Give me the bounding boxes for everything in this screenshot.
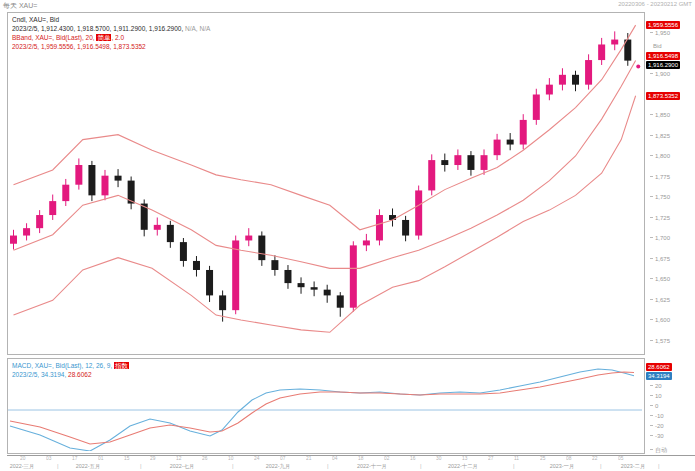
candle-body	[75, 165, 82, 185]
candle-body	[298, 283, 305, 287]
day-tick-label: 05	[618, 456, 623, 461]
candle-body	[415, 190, 422, 235]
candle-body	[350, 245, 357, 307]
candle-body	[611, 40, 618, 45]
month-separator: |	[57, 463, 59, 469]
chart-title: 每天 XAU=	[3, 1, 37, 11]
day-tick-label: 22	[592, 456, 597, 461]
candle-body	[206, 270, 213, 295]
price-badge: 1,959.5556	[646, 21, 680, 29]
macd-badge: 28.6062	[646, 363, 672, 371]
month-separator: |	[232, 463, 234, 469]
month-separator: |	[420, 463, 422, 469]
macd-legend-line: 2023/2/5, 34.3194, 28.6062	[12, 370, 129, 379]
month-separator: |	[600, 463, 602, 469]
macd-legend-line: MACD, XAU=, Bid(Last), 12, 26, 9, 指数	[12, 361, 129, 370]
day-tick-label: 26	[202, 456, 207, 461]
candle-body	[428, 160, 435, 190]
candlestick-chart[interactable]	[8, 13, 642, 352]
candle-body	[533, 95, 540, 120]
month-tick-label: 2023-二月	[602, 463, 665, 471]
month-tick-label: 2022-十一月	[341, 463, 404, 471]
day-tick-label: 16	[410, 456, 415, 461]
price-tick-label: 1,850	[650, 112, 670, 118]
price-tick-label: 1,750	[650, 194, 670, 200]
macd-axis[interactable]: 20100-10-20-3028.606234.3194自动	[645, 358, 695, 455]
price-tick-label: 1,800	[650, 153, 670, 159]
legend-text: 指数	[114, 362, 129, 369]
price-tick-label: 1,700	[650, 235, 670, 241]
price-legend-line: BBand, XAU=, Bid(Last), 20, 简单, 2.0	[12, 33, 210, 42]
macd-legend[interactable]: MACD, XAU=, Bid(Last), 12, 26, 9, 指数2023…	[12, 361, 129, 379]
candle-body	[494, 140, 501, 156]
price-tick-label: 1,950	[650, 30, 670, 36]
day-tick-label: 08	[566, 456, 571, 461]
candle-body	[154, 225, 161, 230]
macd-tick-label: 10	[650, 393, 662, 399]
price-tick-label: 1,625	[650, 297, 670, 303]
macd-tick-label: 0	[650, 403, 658, 409]
bband-lower-line	[14, 96, 636, 333]
candle-body	[363, 240, 370, 245]
day-tick-label: 18	[358, 456, 363, 461]
auto-scale-label[interactable]: 自动	[650, 446, 667, 455]
legend-text: 2023/2/5, 1,959.5556, 1,916.5498, 1,873.…	[12, 43, 146, 50]
day-tick-label: 27	[488, 456, 493, 461]
day-tick-label: 30	[436, 456, 441, 461]
day-tick-label: 12	[176, 456, 181, 461]
candle-body	[572, 75, 579, 85]
candle-body	[193, 261, 200, 270]
candle-body	[101, 176, 108, 196]
day-tick-label: 24	[254, 456, 259, 461]
candle-body	[454, 155, 461, 165]
candle-body	[467, 155, 474, 170]
macd-badge: 34.3194	[646, 372, 672, 380]
price-tick-label: 1,900	[650, 71, 670, 77]
candle-body	[10, 236, 17, 244]
day-tick-label: 17	[72, 456, 77, 461]
candle-body	[88, 165, 95, 195]
price-tick-label: 1,725	[650, 215, 670, 221]
price-tick-label: 1,600	[650, 317, 670, 323]
price-badge: 1,873.5352	[646, 92, 680, 100]
chart-window: 每天 XAU= 20220306 - 20230212 GMT Cndl, XA…	[0, 0, 695, 471]
candle-body	[324, 290, 331, 296]
candle-body	[389, 215, 396, 220]
last-price-dot	[636, 65, 640, 69]
day-tick-label: 21	[306, 456, 311, 461]
month-tick-label: 2022-七月	[151, 463, 214, 471]
candle-body	[585, 60, 592, 85]
price-badge: 1,916.5498	[646, 52, 680, 60]
candle-body	[481, 155, 488, 170]
candle-body	[559, 75, 566, 85]
candle-body	[376, 215, 383, 240]
month-separator: |	[140, 463, 142, 469]
day-tick-label: 20	[20, 456, 25, 461]
price-legend-line: 2023/2/5, 1,912.4300, 1,918.5700, 1,911.…	[12, 24, 210, 33]
candle-body	[441, 160, 448, 165]
candle-body	[49, 201, 56, 215]
candle-body	[507, 140, 514, 145]
bband-upper-line	[14, 25, 636, 230]
price-tick-label: 1,825	[650, 133, 670, 139]
candle-body	[598, 44, 605, 60]
macd-tick-label: -10	[650, 413, 664, 419]
candle-body	[520, 120, 527, 145]
candle-body	[284, 270, 291, 283]
day-tick-label: 07	[280, 456, 285, 461]
price-legend-line: Cndl, XAU=, Bid	[12, 15, 210, 24]
price-legend[interactable]: Cndl, XAU=, Bid2023/2/5, 1,912.4300, 1,9…	[12, 15, 210, 51]
day-tick-label: 04	[332, 456, 337, 461]
macd-panel[interactable]: MACD, XAU=, Bid(Last), 12, 26, 9, 指数2023…	[7, 358, 645, 454]
price-tick-label: 1,650	[650, 276, 670, 282]
month-tick-label: 2022-九月	[247, 463, 310, 471]
month-separator: |	[327, 463, 329, 469]
time-axis[interactable]: 2003170115291226102407210418021630132711…	[0, 456, 695, 471]
price-legend-line: 2023/2/5, 1,959.5556, 1,916.5498, 1,873.…	[12, 42, 210, 51]
date-range-label: 20220306 - 20230212 GMT	[618, 1, 692, 7]
legend-text: 2023/2/5, 34.3194,	[12, 371, 68, 378]
legend-text: N/A, N/A	[185, 25, 210, 32]
candle-body	[23, 228, 30, 235]
price-axis[interactable]: 1,9501,9251,9001,8501,8251,8001,7751,750…	[645, 12, 695, 355]
price-panel[interactable]: Cndl, XAU=, Bid2023/2/5, 1,912.4300, 1,9…	[7, 12, 645, 355]
